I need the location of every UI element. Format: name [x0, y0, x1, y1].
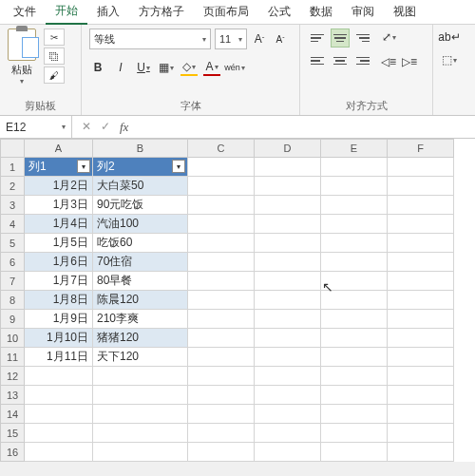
decrease-font-button[interactable]: Aˇ: [272, 30, 289, 48]
cell[interactable]: [188, 310, 255, 329]
menu-data[interactable]: 数据: [300, 0, 342, 24]
format-painter-button[interactable]: 🖌: [44, 67, 65, 84]
cell[interactable]: [255, 405, 321, 424]
cancel-formula-button[interactable]: ✕: [82, 120, 91, 135]
cell[interactable]: 80早餐: [93, 272, 188, 291]
cell[interactable]: [388, 234, 454, 253]
cell[interactable]: 1月9日: [25, 310, 93, 329]
font-name-combo[interactable]: 等线▾: [89, 29, 211, 49]
align-top-right[interactable]: [353, 29, 372, 48]
cell[interactable]: [93, 386, 188, 405]
row-header[interactable]: 15: [0, 424, 25, 443]
cell[interactable]: [188, 234, 255, 253]
cell[interactable]: [321, 443, 388, 462]
menu-layout[interactable]: 页面布局: [194, 0, 258, 24]
cell[interactable]: 1月11日: [25, 348, 93, 367]
menu-fanggezi[interactable]: 方方格子: [129, 0, 194, 24]
cell[interactable]: [321, 348, 388, 367]
cell[interactable]: [188, 405, 255, 424]
cell[interactable]: [321, 291, 388, 310]
cell[interactable]: [255, 177, 321, 196]
col-header-B[interactable]: B: [93, 139, 188, 158]
row-header[interactable]: 11: [0, 348, 25, 367]
cell[interactable]: [388, 329, 454, 348]
cell[interactable]: 70住宿: [93, 253, 188, 272]
cell[interactable]: 1月10日: [25, 329, 93, 348]
cell[interactable]: [255, 234, 321, 253]
cell[interactable]: [188, 215, 255, 234]
cell[interactable]: [388, 310, 454, 329]
cell[interactable]: [255, 196, 321, 215]
cell[interactable]: [388, 196, 454, 215]
paste-button[interactable]: 粘贴 ▾: [8, 29, 36, 86]
cell[interactable]: [255, 215, 321, 234]
cell[interactable]: [93, 443, 188, 462]
row-header[interactable]: 4: [0, 215, 25, 234]
row-header[interactable]: 8: [0, 291, 25, 310]
cell[interactable]: [188, 367, 255, 386]
cell[interactable]: [388, 424, 454, 443]
menu-view[interactable]: 视图: [384, 0, 426, 24]
cell[interactable]: [388, 272, 454, 291]
filter-dropdown-icon[interactable]: ▾: [172, 160, 185, 173]
col-header-C[interactable]: C: [188, 139, 255, 158]
align-mid-center[interactable]: [331, 51, 350, 70]
font-color-button[interactable]: A▾: [203, 59, 220, 76]
name-box[interactable]: E12▾: [0, 116, 72, 138]
col-header-F[interactable]: F: [388, 139, 454, 158]
cell[interactable]: 1月8日: [25, 291, 93, 310]
cell[interactable]: [255, 253, 321, 272]
italic-button[interactable]: I: [112, 59, 129, 76]
cell[interactable]: [388, 443, 454, 462]
cell[interactable]: [188, 386, 255, 405]
cell[interactable]: 猪猪120: [93, 329, 188, 348]
cell[interactable]: 1月2日: [25, 177, 93, 196]
cell[interactable]: [255, 158, 321, 177]
cell[interactable]: [188, 291, 255, 310]
align-top-left[interactable]: [308, 29, 327, 48]
align-mid-right[interactable]: [353, 51, 372, 70]
fill-color-button[interactable]: ◇▾: [180, 59, 198, 76]
col-header-D[interactable]: D: [255, 139, 321, 158]
cell[interactable]: [25, 367, 93, 386]
menu-insert[interactable]: 插入: [87, 0, 129, 24]
cell[interactable]: [255, 310, 321, 329]
cell[interactable]: 1月3日: [25, 196, 93, 215]
bold-button[interactable]: B: [89, 59, 106, 76]
cell[interactable]: [321, 177, 388, 196]
cell[interactable]: [321, 424, 388, 443]
copy-button[interactable]: ⿻: [44, 48, 65, 65]
cell[interactable]: [255, 272, 321, 291]
row-header[interactable]: 10: [0, 329, 25, 348]
align-top-center[interactable]: [331, 29, 350, 48]
cell[interactable]: 210李爽: [93, 310, 188, 329]
menu-review[interactable]: 审阅: [342, 0, 384, 24]
row-header[interactable]: 3: [0, 196, 25, 215]
filter-dropdown-icon[interactable]: ▾: [77, 160, 90, 173]
row-header[interactable]: 7: [0, 272, 25, 291]
merge-button[interactable]: ⬚▾: [441, 51, 458, 68]
cell[interactable]: [388, 253, 454, 272]
cell[interactable]: [93, 405, 188, 424]
cell[interactable]: [321, 310, 388, 329]
cell[interactable]: [188, 196, 255, 215]
decrease-indent-button[interactable]: ◁≡: [380, 53, 397, 70]
cell[interactable]: [93, 367, 188, 386]
row-header[interactable]: 2: [0, 177, 25, 196]
fx-button[interactable]: fx: [120, 120, 128, 135]
cell[interactable]: [188, 177, 255, 196]
cell[interactable]: [188, 272, 255, 291]
cell[interactable]: 大白菜50: [93, 177, 188, 196]
cell[interactable]: 1月6日: [25, 253, 93, 272]
cell[interactable]: [388, 405, 454, 424]
cell[interactable]: [255, 424, 321, 443]
cell[interactable]: [255, 348, 321, 367]
cell[interactable]: [255, 386, 321, 405]
cell[interactable]: [321, 234, 388, 253]
row-header[interactable]: 14: [0, 405, 25, 424]
cell[interactable]: [388, 177, 454, 196]
cell[interactable]: [255, 367, 321, 386]
row-header[interactable]: 16: [0, 443, 25, 462]
cell[interactable]: [188, 348, 255, 367]
cell[interactable]: [188, 443, 255, 462]
